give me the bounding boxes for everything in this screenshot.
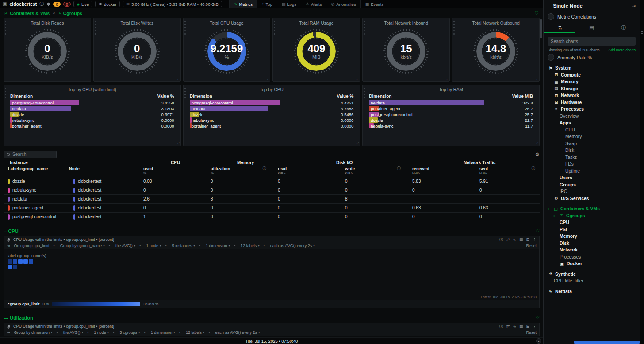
sidebar-item-memory[interactable]: ▦Memory: [544, 78, 640, 85]
resize-handle-icon[interactable]: ⋰: [355, 142, 359, 146]
sidebar-item-tasks[interactable]: Tasks: [544, 154, 640, 161]
top-table-row[interactable]: postgresql-corecontrol4.4251: [190, 100, 354, 105]
sidebar-item-docker[interactable]: ▣Docker: [544, 260, 640, 267]
column-info-icon[interactable]: ⓘ: [532, 166, 536, 171]
sidebar-item-swap[interactable]: Swap: [544, 140, 640, 147]
chart-shuffle-icon[interactable]: ⇄: [506, 238, 510, 242]
chart-add-icon[interactable]: ⊞: [526, 238, 529, 242]
chart-kebab-icon[interactable]: ⋮: [533, 238, 537, 242]
topbar-tab-events[interactable]: ▦Events: [360, 0, 389, 8]
sidebar-item-memory[interactable]: Memory: [544, 233, 640, 240]
toolbar-chip[interactable]: 1 dimension▾: [144, 330, 175, 335]
top-table-row[interactable]: nebula-sync11.7: [369, 123, 533, 128]
table-settings-gear-icon[interactable]: ⚙: [535, 151, 540, 158]
sidebar-item-ipc[interactable]: IPC: [544, 188, 640, 195]
sidebar-item-network[interactable]: ⊞Network: [544, 92, 640, 99]
breadcrumb-section[interactable]: ◰ Containers & VMs: [4, 11, 50, 16]
legend-cell[interactable]: [29, 259, 33, 264]
top-table-row[interactable]: portainer_agent0.0000: [190, 123, 354, 128]
chart-info-icon[interactable]: ⓘ: [499, 238, 503, 242]
table-column-header[interactable]: receivedkbit/s: [405, 166, 472, 175]
critical-alerts-badge[interactable]: 0: [63, 2, 71, 7]
chart-type-icon[interactable]: ∿: [513, 238, 516, 242]
toolbar-chip[interactable]: 1 node▾: [87, 330, 109, 335]
tab-charts[interactable]: ⚗: [544, 23, 575, 33]
sidebar-item-fds[interactable]: FDs: [544, 161, 640, 168]
top-table-row[interactable]: postgresql-corecontrol25.7: [369, 112, 533, 117]
top-table-row[interactable]: portainer_agent26.7: [369, 106, 533, 111]
legend-cell[interactable]: [13, 259, 17, 264]
toolbar-chip[interactable]: 1 dimension▾: [199, 244, 230, 248]
sidebar-item-cgroups[interactable]: ▸◳Cgroups: [544, 213, 640, 220]
sidebar-item-processes[interactable]: ≡Processes: [544, 106, 640, 113]
top-table-row[interactable]: netdata322.4: [369, 100, 533, 105]
table-column-header[interactable]: used%: [136, 166, 203, 175]
cpu-footer-gradient-bar[interactable]: [52, 302, 140, 306]
chart-hover-toolbar[interactable]: [184, 21, 186, 35]
search-input[interactable]: [12, 152, 52, 157]
chart-hover-toolbar[interactable]: [364, 21, 365, 35]
table-row[interactable]: postgresql-corecontrolcldockertest100000: [4, 213, 540, 221]
table-column-header[interactable]: readKiB/s: [271, 166, 338, 175]
sidebar-item-disk[interactable]: Disk: [544, 240, 640, 247]
chart-hover-toolbar[interactable]: [364, 88, 365, 98]
toolbar-chip[interactable]: each as AVG() every 2s▾: [264, 244, 315, 248]
sidebar-item-storage[interactable]: ▤Storage: [544, 85, 640, 93]
toolbar-chip[interactable]: On cgroup.cpu_limit: [14, 244, 50, 248]
sidebar-item-o-s-services[interactable]: ⚙O/S Services: [544, 195, 640, 202]
horizontal-scrollbar-thumb[interactable]: [574, 341, 640, 344]
vertical-scrollbar-thumb[interactable]: [540, 19, 542, 38]
topbar-tab-metrics[interactable]: ∿Metrics: [229, 0, 257, 8]
search-box[interactable]: [4, 151, 57, 158]
toolbar-chip[interactable]: 5 instances▾: [165, 244, 195, 248]
sidebar-collapse-icon[interactable]: ⇥: [632, 4, 636, 8]
node-info-icon[interactable]: ⓘ: [39, 2, 44, 6]
column-info-icon[interactable]: ⓘ: [263, 166, 267, 171]
alerts-bell-icon[interactable]: [46, 2, 50, 6]
skip-to-end-icon[interactable]: ⇥: [7, 244, 10, 248]
topbar-tab-alerts[interactable]: ⚠Alerts: [301, 0, 326, 8]
resize-handle-icon[interactable]: ⋰: [176, 78, 180, 81]
table-row[interactable]: netdatacldockertest2.6808: [4, 195, 540, 204]
chart-type-icon[interactable]: ∿: [513, 325, 516, 329]
sidebar-item-cpu[interactable]: CPU: [544, 127, 640, 134]
anomaly-rate-toggle[interactable]: [548, 54, 554, 61]
chart-shuffle-icon[interactable]: ⇄: [506, 325, 510, 329]
reset-button[interactable]: Reset: [526, 244, 537, 248]
column-info-icon[interactable]: ⓘ: [397, 166, 401, 171]
reset-button[interactable]: Reset: [526, 330, 537, 335]
node-name[interactable]: cldockertest: [9, 1, 37, 7]
topbar-tab-logs[interactable]: ▤Logs: [277, 0, 301, 8]
strip-help-icon[interactable]: [641, 60, 643, 62]
resize-handle-icon[interactable]: ⋰: [176, 142, 180, 146]
legend-cell[interactable]: [8, 265, 12, 269]
table-column-header[interactable]: sentkbit/sⓘ: [472, 166, 540, 175]
cpu-chart-body[interactable]: label:cgroup_name(5) Latest: Tue, Jul 15…: [4, 249, 539, 300]
top-table-row[interactable]: dozzle22.7: [369, 117, 533, 123]
sidebar-item-overview[interactable]: Overview: [544, 113, 640, 120]
top-table-row[interactable]: dozzle0.5486: [190, 112, 354, 117]
warning-alerts-badge[interactable]: 0: [53, 2, 61, 7]
resize-handle-icon[interactable]: ⋰: [535, 142, 538, 146]
sidebar-item-disk[interactable]: Disk: [544, 147, 640, 154]
strip-pin-icon[interactable]: [641, 23, 643, 25]
table-row[interactable]: dozzlecldockertest0.030005.835.91: [4, 177, 540, 186]
top-table-row[interactable]: nebula-sync0.0000: [190, 117, 354, 123]
resize-handle-icon[interactable]: ⋰: [265, 78, 269, 81]
sidebar-item-psi[interactable]: PSI: [544, 226, 640, 233]
chart-alerts-bell-icon[interactable]: [7, 325, 11, 329]
chart-hover-toolbar[interactable]: [274, 21, 275, 35]
jump-to-now-button[interactable]: ▸: [536, 338, 541, 344]
docker-pill[interactable]: ▣ docker: [95, 1, 120, 7]
legend-cell[interactable]: [8, 259, 12, 264]
sidebar-item-processes[interactable]: Processes: [544, 254, 640, 261]
top-table-row[interactable]: postgresql-corecontrol3.4350: [10, 100, 174, 105]
cpu-heart-icon[interactable]: ♡: [535, 228, 540, 234]
sidebar-item-containers-vms[interactable]: ▸◰Containers & VMs: [544, 205, 640, 213]
table-column-header[interactable]: Node: [69, 166, 136, 175]
chart-hover-toolbar[interactable]: [5, 88, 6, 98]
sidebar-item-netdata[interactable]: ∿Netdata: [544, 288, 640, 295]
resize-handle-icon[interactable]: ⋰: [355, 78, 359, 81]
skip-to-end-icon[interactable]: ⇥: [7, 330, 10, 335]
top-table-row[interactable]: netdata3.1803: [10, 106, 174, 111]
